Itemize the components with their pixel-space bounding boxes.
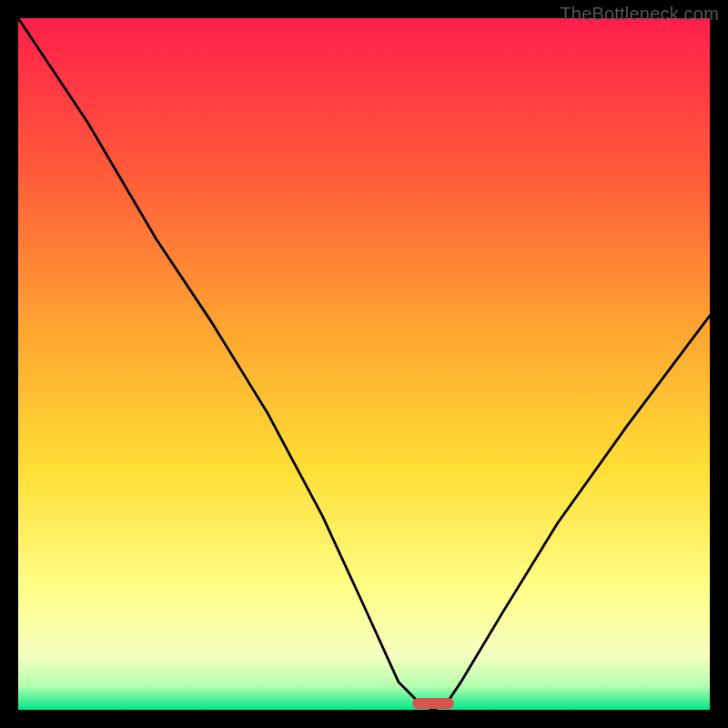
bottleneck-chart: [18, 18, 710, 710]
watermark-text: TheBottleneck.com: [560, 4, 719, 25]
chart-frame: TheBottleneck.com: [0, 0, 728, 728]
optimal-marker: [412, 698, 454, 709]
plot-area: [18, 18, 710, 710]
